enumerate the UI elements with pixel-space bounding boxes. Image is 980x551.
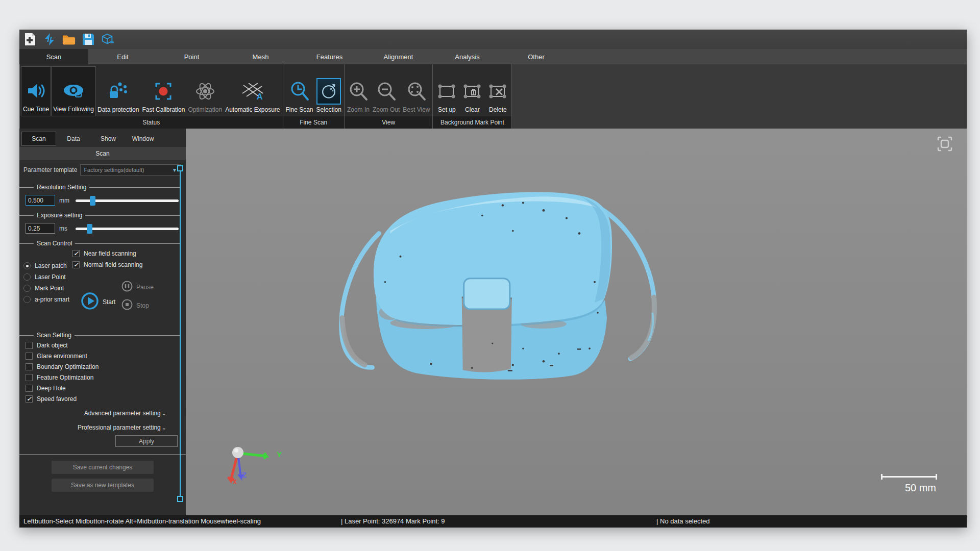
export-model-icon[interactable] (101, 33, 114, 46)
titlebar (19, 30, 967, 49)
fit-view-icon[interactable] (936, 135, 953, 153)
lock-dots-icon (107, 78, 130, 105)
checkbox-speed-favored[interactable]: ✓ Speed favored (26, 395, 186, 403)
group-label-fine-scan: Fine Scan (283, 116, 344, 129)
save-current-changes-button[interactable]: Save current changes (52, 461, 154, 474)
exposure-slider[interactable] (76, 223, 179, 234)
axis-y-label: Y (277, 450, 282, 459)
magnifier-clock-icon (288, 78, 311, 105)
menu-tab-analysis[interactable]: Analysis (433, 49, 502, 64)
checkbox-box: ✓ (26, 395, 33, 403)
menu-tab-other[interactable]: Other (502, 49, 571, 64)
optimization-button[interactable]: Optimization (186, 66, 224, 116)
checkbox-glare-environment[interactable]: Glare environment (26, 353, 186, 360)
mark-frame-clear-icon (461, 78, 483, 105)
pause-icon (121, 281, 133, 294)
start-button[interactable]: Start (81, 292, 115, 312)
zoom-out-button[interactable]: Zoom Out (371, 66, 401, 116)
speaker-icon (25, 78, 47, 104)
parameter-template-select[interactable]: Factory settings(default) ▼ (80, 164, 181, 176)
best-view-button[interactable]: Best View (401, 66, 431, 116)
zoom-in-icon (347, 78, 370, 105)
checkbox-box: ✓ (72, 250, 80, 257)
menu-tab-mesh[interactable]: Mesh (226, 49, 295, 64)
scanned-model-handbag[interactable] (186, 129, 967, 515)
scale-bar-line (881, 474, 937, 479)
apply-button[interactable]: Apply (115, 435, 178, 447)
group-label-view: View (345, 116, 433, 129)
radio-a-prior-smart[interactable]: a-prior smart (23, 296, 69, 303)
checkbox-dark-object[interactable]: Dark object (26, 342, 186, 349)
radio-mark-point[interactable]: Mark Point (23, 285, 64, 292)
slider-handle[interactable] (90, 196, 95, 206)
app-window: Scan Edit Point Mesh Features Alignment … (19, 30, 967, 528)
sync-icon[interactable] (43, 33, 56, 46)
resolution-input[interactable] (26, 195, 55, 206)
exposure-mesh-icon: A (240, 78, 265, 105)
menu-tab-alignment[interactable]: Alignment (364, 49, 433, 64)
zoom-in-button[interactable]: Zoom In (346, 66, 371, 116)
save-icon[interactable] (82, 33, 95, 46)
panel-divider (19, 454, 186, 455)
checkbox-feature-optimization[interactable]: Feature Optimization (26, 374, 186, 381)
checkbox-near-field-scanning[interactable]: ✓ Near field scanning (72, 250, 136, 257)
menu-tab-point[interactable]: Point (157, 49, 226, 64)
professional-parameter-link[interactable]: Professional parameter setting ⌄ (19, 424, 186, 431)
resolution-slider[interactable] (76, 195, 179, 206)
checkbox-box (26, 353, 33, 360)
selection-button[interactable]: Selection (315, 66, 343, 116)
fast-calibration-button[interactable]: Fast Calibration (140, 66, 186, 116)
menu-tab-features[interactable]: Features (295, 49, 364, 64)
exposure-input[interactable] (26, 223, 55, 234)
play-icon (81, 292, 99, 312)
radio-laser-patch[interactable]: Laser patch (23, 262, 67, 269)
panel-section-header: Scan (19, 147, 186, 160)
panel-tab-scan[interactable]: Scan (21, 132, 56, 146)
panel-tab-window[interactable]: Window (126, 132, 160, 146)
checkbox-normal-field-scanning[interactable]: ✓ Normal field scanning (72, 261, 142, 268)
view-following-button[interactable]: View Following (51, 66, 96, 116)
exposure-unit: ms (59, 225, 71, 232)
ribbon-group-fine-scan: Fine Scan Selection Fine Scan (283, 64, 345, 129)
ribbon-group-status: Cue Tone View Following Data protection (19, 64, 283, 129)
automatic-exposure-button[interactable]: A Automatic Exposure (224, 66, 281, 116)
pause-button[interactable]: Pause (121, 281, 154, 294)
checkbox-boundary-optimization[interactable]: Boundary Optimization (26, 363, 186, 370)
resolution-unit: mm (59, 197, 71, 204)
scale-bar: 50 mm (881, 474, 937, 494)
stop-icon (121, 299, 133, 312)
panel-tab-show[interactable]: Show (91, 132, 126, 146)
menu-tab-scan[interactable]: Scan (19, 49, 88, 64)
scale-bar-label: 50 mm (881, 482, 937, 494)
checkbox-box (26, 374, 33, 381)
group-label-background-mark-point: Background Mark Point (433, 116, 511, 129)
parameter-template-label: Parameter template (23, 166, 77, 173)
panel-tab-data[interactable]: Data (56, 132, 91, 146)
fine-scan-button[interactable]: Fine Scan (284, 66, 315, 116)
radio-laser-point[interactable]: Laser Point (23, 273, 66, 281)
scan-setting-title: Scan Setting (19, 332, 181, 339)
chevron-down-icon: ▼ (172, 167, 177, 173)
exposure-setting-title: Exposure setting (19, 212, 181, 219)
open-folder-icon[interactable] (62, 33, 76, 46)
checkbox-deep-hole[interactable]: Deep Hole (26, 385, 186, 392)
resolution-setting-title: Resolution Setting (19, 184, 181, 191)
panel-tabbar: Scan Data Show Window (21, 132, 184, 146)
clear-button[interactable]: Clear (459, 66, 485, 116)
point-counts-text: | Laser Point: 326974 Mark Point: 9 (341, 517, 445, 525)
slider-handle[interactable] (87, 224, 92, 234)
cue-tone-button[interactable]: Cue Tone (21, 66, 51, 116)
radio-dot (23, 296, 31, 303)
data-protection-button[interactable]: Data protection (96, 66, 140, 116)
menu-tab-edit[interactable]: Edit (88, 49, 157, 64)
advanced-parameter-link[interactable]: Advanced parameter setting ⌄ (19, 410, 186, 417)
new-project-icon[interactable] (23, 33, 37, 46)
eye-icon (61, 78, 86, 104)
set-up-button[interactable]: Set up (434, 66, 459, 116)
viewport-3d[interactable]: Y Z X 50 mm (186, 129, 967, 515)
save-as-new-templates-button[interactable]: Save as new templates (52, 479, 154, 492)
stop-button[interactable]: Stop (121, 299, 149, 312)
delete-button[interactable]: Delete (485, 66, 510, 116)
chevron-down-icon: ⌄ (162, 424, 166, 431)
checkbox-box: ✓ (72, 261, 80, 268)
